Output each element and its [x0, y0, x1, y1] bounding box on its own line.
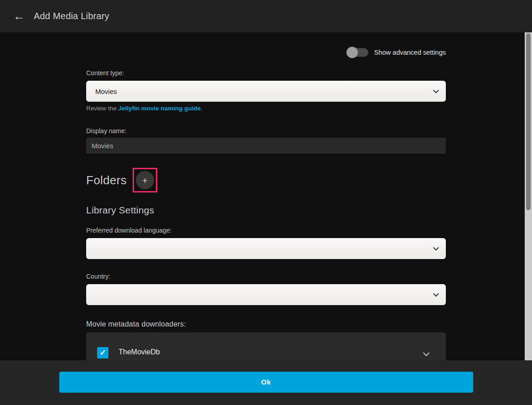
chevron-down-icon: [433, 291, 439, 297]
highlight-box: +: [133, 168, 157, 192]
content-type-label: Content type:: [86, 69, 446, 77]
content-type-select[interactable]: Movies: [86, 81, 446, 102]
downloader-name: TheMovieDb: [119, 348, 160, 356]
display-name-label: Display name:: [86, 127, 446, 135]
footer-bar: Ok: [0, 360, 532, 405]
header-bar: ← Add Media Library: [0, 0, 532, 32]
page-title: Add Media Library: [34, 11, 109, 21]
advanced-settings-row: Show advanced settings: [86, 48, 446, 57]
folders-section: Folders +: [86, 168, 446, 192]
themoviedb-checkbox[interactable]: ✓: [97, 347, 108, 358]
naming-guide-link[interactable]: Jellyfin movie naming guide: [119, 105, 201, 112]
scrollbar-thumb[interactable]: [526, 33, 531, 210]
naming-guide-helper: Review the Jellyfin movie naming guide.: [86, 105, 446, 112]
show-advanced-settings-label[interactable]: Show advanced settings: [374, 49, 446, 56]
helper-suffix: .: [201, 105, 202, 112]
form-content: Show advanced settings Content type: Mov…: [0, 32, 532, 360]
preferred-language-label: Preferred download language:: [86, 227, 446, 234]
arrow-left-icon: ←: [13, 9, 25, 23]
country-label: Country:: [86, 273, 446, 280]
helper-prefix: Review the: [86, 105, 119, 112]
library-settings-heading: Library Settings: [86, 205, 446, 216]
downloader-item-themoviedb: ✓ TheMovieDb: [86, 332, 446, 360]
scrollbar-track[interactable]: [525, 32, 532, 360]
toggle-knob: [346, 47, 358, 58]
chevron-down-icon[interactable]: [423, 350, 429, 356]
country-select[interactable]: [86, 284, 446, 305]
back-button[interactable]: ←: [9, 6, 29, 26]
content-type-value: Movies: [95, 88, 117, 95]
preferred-language-select[interactable]: [86, 238, 446, 259]
plus-icon: +: [142, 176, 148, 185]
display-name-input[interactable]: [86, 138, 446, 154]
add-folder-button[interactable]: +: [136, 171, 154, 189]
folders-heading: Folders: [86, 173, 127, 187]
show-advanced-settings-toggle[interactable]: [347, 48, 368, 57]
ok-button[interactable]: Ok: [59, 372, 473, 393]
chevron-down-icon: [433, 88, 439, 93]
chevron-down-icon: [433, 245, 439, 251]
check-icon: ✓: [99, 348, 106, 358]
metadata-downloaders-label: Movie metadata downloaders:: [86, 320, 446, 328]
